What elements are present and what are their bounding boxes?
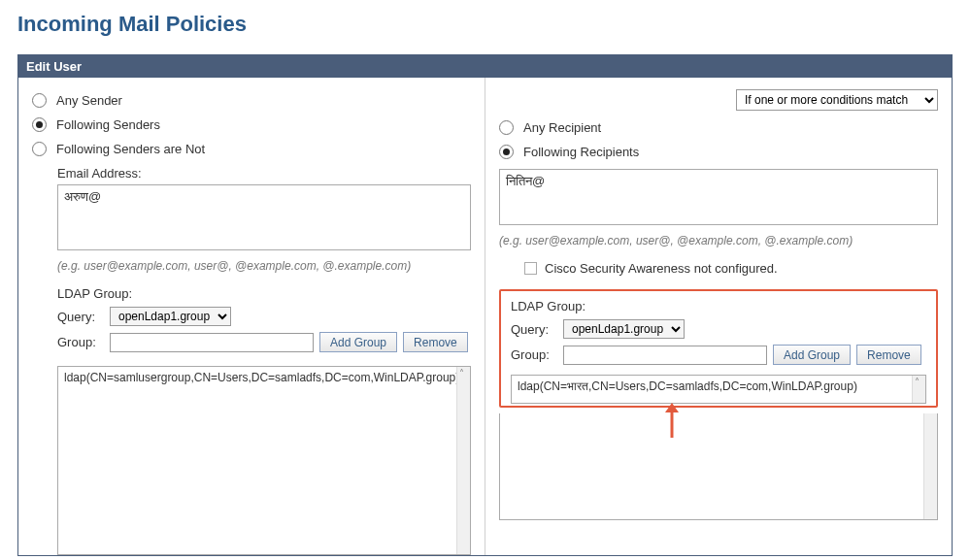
sender-email-input[interactable]: [57, 184, 471, 250]
recipient-ldap-listbox-ext[interactable]: [499, 413, 938, 520]
awareness-label: Cisco Security Awareness not configured.: [545, 261, 778, 276]
radio-icon: [32, 93, 47, 108]
sender-group-input[interactable]: [110, 333, 314, 352]
recipient-ldap-listbox[interactable]: ldap(CN=भारत,CN=Users,DC=samladfs,DC=com…: [511, 375, 926, 404]
recipient-remove-button[interactable]: Remove: [856, 345, 921, 365]
radio-label: Following Senders are Not: [56, 142, 205, 156]
email-hint: (e.g. user@example.com, user@, @example.…: [57, 259, 471, 273]
query-label: Query:: [57, 310, 104, 324]
radio-any-recipient[interactable]: Any Recipient: [499, 120, 938, 135]
ldap-group-label: LDAP Group:: [511, 299, 926, 313]
radio-icon: [32, 142, 47, 156]
scrollbar[interactable]: [923, 413, 937, 519]
recipient-query-select[interactable]: openLdap1.group: [563, 319, 685, 339]
radio-label: Following Recipients: [523, 145, 639, 159]
radio-icon: [32, 117, 47, 132]
senders-column: Any Sender Following Senders Following S…: [18, 78, 485, 555]
radio-icon: [499, 145, 514, 159]
chevron-up-icon: ˄: [459, 368, 464, 379]
ldap-group-label: LDAP Group:: [57, 286, 471, 301]
panel-header: Edit User: [18, 55, 952, 78]
email-hint: (e.g. user@example.com, user@, @example.…: [499, 234, 938, 247]
edit-user-panel: Edit User Any Sender Following Senders F…: [17, 54, 953, 556]
awareness-checkbox[interactable]: [524, 262, 537, 275]
sender-ldap-listbox[interactable]: ldap(CN=samlusergroup,CN=Users,DC=samlad…: [57, 366, 471, 555]
radio-label: Any Recipient: [523, 120, 601, 135]
ldap-highlight-box: LDAP Group: Query: openLdap1.group Group…: [499, 289, 938, 408]
radio-following-recipients[interactable]: Following Recipients: [499, 145, 938, 159]
recipient-email-input[interactable]: [499, 169, 938, 225]
group-label: Group:: [57, 335, 104, 349]
radio-following-senders-not[interactable]: Following Senders are Not: [32, 142, 471, 156]
radio-label: Following Senders: [56, 117, 160, 132]
scrollbar[interactable]: ˄: [912, 376, 925, 403]
radio-following-senders[interactable]: Following Senders: [32, 117, 471, 132]
sender-remove-button[interactable]: Remove: [403, 332, 468, 352]
list-item[interactable]: ldap(CN=samlusergroup,CN=Users,DC=samlad…: [64, 371, 459, 384]
condition-select[interactable]: If one or more conditions match: [736, 89, 938, 111]
recipients-column: If one or more conditions match Any Reci…: [485, 78, 952, 555]
group-label: Group:: [511, 347, 557, 362]
page-title: Incoming Mail Policies: [17, 12, 953, 37]
scrollbar[interactable]: ˄: [456, 367, 470, 554]
radio-icon: [499, 120, 514, 135]
sender-add-group-button[interactable]: Add Group: [319, 332, 397, 352]
radio-label: Any Sender: [56, 93, 122, 108]
email-address-label: Email Address:: [57, 166, 471, 181]
chevron-up-icon: ˄: [915, 377, 920, 387]
svg-marker-1: [665, 403, 679, 412]
sender-query-select[interactable]: openLdap1.group: [110, 307, 231, 326]
query-label: Query:: [511, 322, 557, 337]
radio-any-sender[interactable]: Any Sender: [32, 93, 471, 108]
recipient-add-group-button[interactable]: Add Group: [773, 345, 851, 365]
recipient-group-input[interactable]: [563, 346, 767, 365]
list-item[interactable]: ldap(CN=भारत,CN=Users,DC=samladfs,DC=com…: [518, 379, 857, 393]
